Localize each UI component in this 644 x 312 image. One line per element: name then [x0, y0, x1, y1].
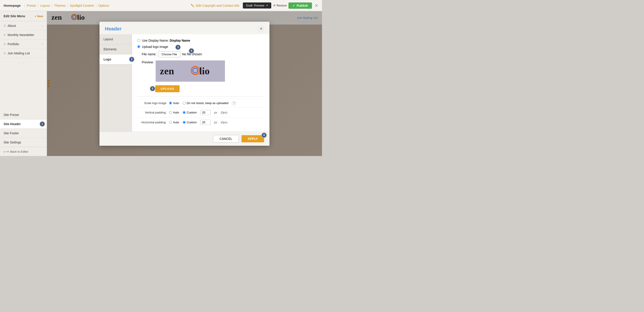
step-badge-5: 5 [150, 86, 155, 91]
scale-auto-radio[interactable] [169, 102, 172, 105]
help-icon[interactable]: ? [232, 101, 236, 105]
step-badge-2: 2 [129, 57, 134, 62]
close-icon[interactable]: ✕ [314, 3, 318, 8]
modal-footer: CANCEL APPLY 6 [100, 132, 270, 146]
divider-1 [137, 96, 264, 97]
sidebar-bottom-section: Site Preset Site Header 1 Site Footer Si… [0, 110, 47, 147]
restore-icon: ↺ [273, 4, 276, 7]
grid-icon: ⊞ [4, 24, 6, 27]
new-menu-item-button[interactable]: + New [35, 15, 43, 18]
pencil-icon: ✏️ [191, 4, 194, 8]
step-badge-3: 3 [175, 45, 181, 50]
scale-noresize-option[interactable]: Do not resize, keep as uploaded [183, 101, 228, 105]
modal-logo-content: Use Display Name: Display Name Upload lo… [132, 34, 270, 132]
step-badge-4: 4 [189, 48, 194, 54]
svg-point-5 [191, 67, 199, 75]
vertical-auto-option[interactable]: Auto [169, 111, 179, 114]
nav-preset[interactable]: Preset [25, 4, 38, 8]
sidebar-title: Edit Site Menu [4, 14, 25, 18]
upload-button-row: UPLOAD 5 [137, 85, 264, 92]
vertical-px-label: px [214, 111, 217, 114]
grid-icon-4: ⊞ [4, 52, 6, 55]
draft-preview-button[interactable]: Draft: Preview ↗ [243, 3, 271, 9]
vertical-custom-option[interactable]: Custom [183, 111, 197, 114]
display-name-radio[interactable] [137, 39, 140, 42]
top-navigation: Homepage | Preset | Layout | Themes | Sp… [0, 0, 322, 11]
preview-label: Preview: [142, 61, 154, 64]
display-name-label[interactable]: Use Display Name: Display Name [142, 39, 190, 42]
upload-logo-label[interactable]: Upload logo image [142, 45, 168, 49]
preview-row: Preview: zen lio [137, 61, 264, 82]
sidebar-header: Edit Site Menu + New [0, 11, 47, 21]
upload-button[interactable]: UPLOAD [155, 85, 180, 92]
upload-logo-row: Upload logo image 3 [137, 45, 264, 49]
step-badge-6: 6 [262, 133, 267, 138]
more-indicator: · · · [0, 58, 47, 67]
scale-label: Scale logo image [137, 101, 166, 105]
svg-point-6 [193, 68, 198, 73]
scale-radio-group: Auto Do not resize, keep as uploaded ? [169, 101, 236, 105]
sidebar-item-newsletter[interactable]: ⊞ Monthly Newsletter [0, 31, 47, 40]
horizontal-padding-group: Auto Custom px (0px) [169, 120, 228, 125]
header-modal: Header ✕ Layout Elements Logo 2 [100, 22, 270, 146]
main-layout: Edit Site Menu + New ⊞ About › ⊞ Monthly… [0, 11, 322, 156]
sidebar-item-site-header[interactable]: Site Header 1 [0, 120, 47, 129]
horizontal-padding-input[interactable] [200, 120, 211, 125]
nav-layout[interactable]: Layout [38, 4, 52, 8]
sidebar-item-site-settings[interactable]: Site Settings [0, 138, 47, 147]
nav-themes[interactable]: Themes [52, 4, 67, 8]
file-name-row: File name: Choose File No file chosen 4 [137, 51, 264, 57]
nav-options[interactable]: Options [96, 4, 111, 8]
nav-homepage[interactable]: Homepage [4, 4, 21, 8]
restore-button[interactable]: ↺ Restore [273, 4, 287, 7]
sidebar-item-about[interactable]: ⊞ About › [0, 21, 47, 31]
upload-logo-radio[interactable] [137, 45, 140, 48]
chevron-right-icon-2: › [42, 42, 43, 46]
step-badge-1: 1 [40, 121, 45, 127]
nav-spotlight[interactable]: Spotlight Content [68, 4, 96, 8]
draft-label: Draft: Preview [246, 4, 264, 7]
display-name-row: Use Display Name: Display Name [137, 39, 264, 42]
vertical-auto-radio[interactable] [169, 111, 172, 114]
horizontal-auto-option[interactable]: Auto [169, 121, 179, 124]
horizontal-padding-row: Horizontal padding: Auto Custom [137, 117, 264, 127]
content-area: zen lio Join Mailing List Header ✕ [47, 11, 322, 156]
scale-logo-row: Scale logo image Auto Do not resize, kee… [137, 99, 264, 107]
tab-layout[interactable]: Layout [100, 34, 132, 44]
back-to-editor-link[interactable]: « << Back to Editor [0, 147, 47, 156]
sidebar-item-site-footer[interactable]: Site Footer [0, 129, 47, 138]
chevron-right-icon: › [42, 24, 43, 28]
cancel-button[interactable]: CANCEL [213, 135, 239, 143]
svg-text:lio: lio [199, 66, 210, 77]
svg-text:zen: zen [160, 66, 174, 77]
sidebar-item-mailing[interactable]: ⊞ Join Mailing List [0, 49, 47, 58]
grid-icon-3: ⊞ [4, 43, 6, 46]
vertical-custom-radio[interactable] [183, 111, 186, 114]
grid-icon-2: ⊞ [4, 33, 6, 37]
vertical-padding-group: Auto Custom px (0px) [169, 110, 228, 115]
horizontal-auto-radio[interactable] [169, 121, 172, 124]
horizontal-note: (0px) [221, 121, 228, 124]
modal-close-button[interactable]: ✕ [258, 26, 264, 32]
sidebar-item-site-preset[interactable]: Site Preset [0, 110, 47, 120]
horizontal-custom-option[interactable]: Custom [183, 121, 197, 124]
horizontal-padding-label: Horizontal padding: [137, 121, 166, 124]
modal-tabs: Layout Elements Logo 2 [100, 34, 132, 132]
edit-copyright-link[interactable]: ✏️ Edit Copyright and Contact Info [191, 4, 240, 8]
scale-noresize-radio[interactable] [183, 102, 186, 105]
check-icon: ✓ [292, 4, 295, 8]
tab-elements[interactable]: Elements [100, 44, 132, 54]
publish-button[interactable]: ✓ Publish [288, 3, 312, 9]
sidebar: Edit Site Menu + New ⊞ About › ⊞ Monthly… [0, 11, 47, 156]
vertical-padding-label: Vertical padding: [137, 111, 166, 114]
vertical-padding-row: Vertical padding: Auto Custom px [137, 107, 264, 117]
apply-button[interactable]: APPLY 6 [242, 135, 264, 142]
modal-header: Header ✕ [100, 22, 270, 34]
logo-preview: zen lio [156, 61, 225, 82]
vertical-padding-input[interactable] [200, 110, 211, 115]
choose-file-button[interactable]: Choose File [158, 51, 180, 57]
scale-auto-option[interactable]: Auto [169, 101, 179, 105]
horizontal-custom-radio[interactable] [183, 121, 186, 124]
sidebar-item-portfolio[interactable]: ⊞ Portfolio › [0, 40, 47, 49]
tab-logo[interactable]: Logo 2 [100, 54, 132, 65]
